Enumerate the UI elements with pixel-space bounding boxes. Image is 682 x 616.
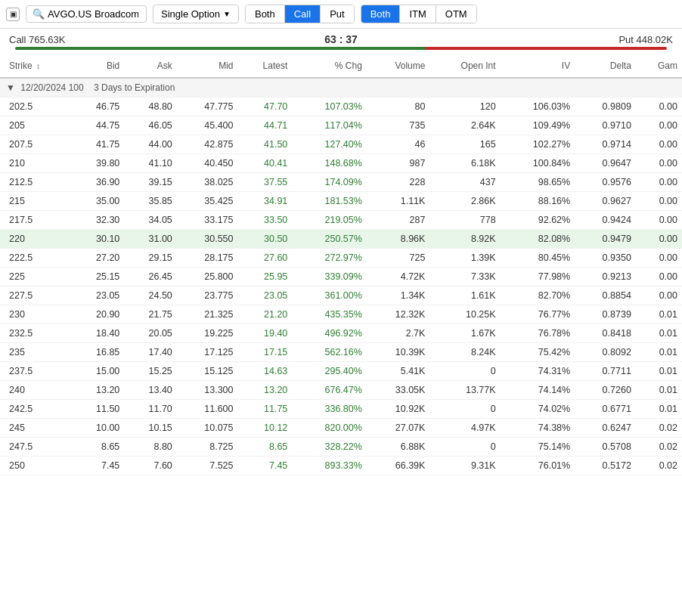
search-input[interactable] [48,8,138,20]
cell-ask: 48.80 [124,98,177,116]
btn-otm[interactable]: OTM [436,5,476,23]
cell-volume: 33.05K [367,381,430,400]
cell-latest: 14.63 [238,362,293,381]
cell-open-int: 2.86K [429,192,500,211]
cell-strike: 237.5 [0,362,72,381]
col-open-int[interactable]: Open Int [429,54,500,78]
cell-ask: 21.75 [124,305,177,324]
cell-open-int: 120 [429,98,500,116]
cell-strike: 212.5 [0,173,72,192]
col-delta[interactable]: Delta [575,54,636,78]
cell-delta: 0.7711 [575,362,636,381]
stats-row: Call 765.63K 63 : 37 Put 448.02K [0,29,682,47]
cell-iv: 74.02% [501,400,575,419]
col-latest[interactable]: Latest [238,54,293,78]
cell-gamma: 0.00 [636,268,682,286]
cell-gamma: 0.00 [636,192,682,211]
put-volume-label: Put 448.02K [597,34,673,45]
cell-pct-chg: 339.09% [292,268,367,286]
cell-gamma: 0.02 [636,438,682,457]
cell-bid: 35.00 [72,192,125,211]
btn-both-2[interactable]: Both [361,5,401,23]
cell-delta: 0.7260 [575,381,636,400]
cell-open-int: 1.67K [429,324,500,343]
btn-itm[interactable]: ITM [400,5,436,23]
table-row: 22030.1031.0030.55030.50250.57%8.96K8.92… [0,230,682,249]
cell-strike: 242.5 [0,400,72,419]
cell-bid: 46.75 [72,98,125,116]
cell-bid: 27.20 [72,249,125,268]
table-row: 24510.0010.1510.07510.12820.00%27.07K4.9… [0,419,682,438]
cell-latest: 21.20 [238,305,293,324]
cell-delta: 0.9710 [575,116,636,135]
cell-open-int: 778 [429,211,500,230]
cell-delta: 0.9576 [575,173,636,192]
cell-gamma: 0.01 [636,400,682,419]
cell-pct-chg: 562.16% [292,343,367,362]
cell-mid: 47.775 [177,98,238,116]
btn-put[interactable]: Put [321,5,354,23]
menu-checkbox[interactable]: ▣ [6,8,20,21]
cell-iv: 98.65% [501,173,575,192]
cell-latest: 37.55 [238,173,293,192]
cell-gamma: 0.02 [636,419,682,438]
col-ask[interactable]: Ask [124,54,177,78]
cell-strike: 247.5 [0,438,72,457]
cell-bid: 7.45 [72,457,125,475]
cell-mid: 8.725 [177,438,238,457]
btn-call[interactable]: Call [285,5,321,23]
chevron-down-icon: ▼ [223,10,231,18]
call-put-group: Both Call Put [245,5,355,23]
cell-gamma: 0.00 [636,211,682,230]
cell-mid: 38.025 [177,173,238,192]
expiry-row: ▼ 12/20/2024 100 3 Days to Expiration [0,78,682,98]
cell-strike: 215 [0,192,72,211]
itm-otm-group: Both ITM OTM [361,5,477,23]
cell-mid: 11.600 [177,400,238,419]
cell-pct-chg: 676.47% [292,381,367,400]
cell-strike: 227.5 [0,286,72,305]
option-type-dropdown[interactable]: Single Option ▼ [153,5,239,23]
search-box[interactable]: 🔍 [26,5,147,23]
col-mid[interactable]: Mid [177,54,238,78]
cell-gamma: 0.01 [636,362,682,381]
col-iv[interactable]: IV [501,54,575,78]
cell-bid: 30.10 [72,230,125,249]
cell-ask: 35.85 [124,192,177,211]
cell-bid: 18.40 [72,324,125,343]
col-pct-chg[interactable]: % Chg [292,54,367,78]
cell-iv: 76.01% [501,457,575,475]
cell-strike: 225 [0,268,72,286]
cell-mid: 40.450 [177,154,238,173]
cell-bid: 44.75 [72,116,125,135]
cell-bid: 23.05 [72,286,125,305]
cell-strike: 205 [0,116,72,135]
cell-iv: 74.31% [501,362,575,381]
cell-gamma: 0.00 [636,249,682,268]
cell-volume: 987 [367,154,430,173]
cell-delta: 0.8739 [575,305,636,324]
table-row: 202.546.7548.8047.77547.70107.03%8012010… [0,98,682,116]
cell-ask: 15.25 [124,362,177,381]
cell-bid: 36.90 [72,173,125,192]
cell-volume: 8.96K [367,230,430,249]
expiry-arrow[interactable]: ▼ [6,82,15,93]
btn-both-1[interactable]: Both [246,5,285,23]
cell-iv: 100.84% [501,154,575,173]
col-strike[interactable]: Strike ↕ [0,54,72,78]
cell-strike: 202.5 [0,98,72,116]
cell-mid: 45.400 [177,116,238,135]
cell-ask: 11.70 [124,400,177,419]
col-bid[interactable]: Bid [72,54,125,78]
cell-gamma: 0.01 [636,381,682,400]
col-volume[interactable]: Volume [367,54,430,78]
cell-iv: 75.42% [501,343,575,362]
cell-open-int: 165 [429,135,500,154]
cell-gamma: 0.00 [636,230,682,249]
col-gamma[interactable]: Gam [636,54,682,78]
cell-iv: 82.70% [501,286,575,305]
cell-mid: 25.800 [177,268,238,286]
cell-iv: 109.49% [501,116,575,135]
table-row: 217.532.3034.0533.17533.50219.05%2877789… [0,211,682,230]
cell-delta: 0.9424 [575,211,636,230]
